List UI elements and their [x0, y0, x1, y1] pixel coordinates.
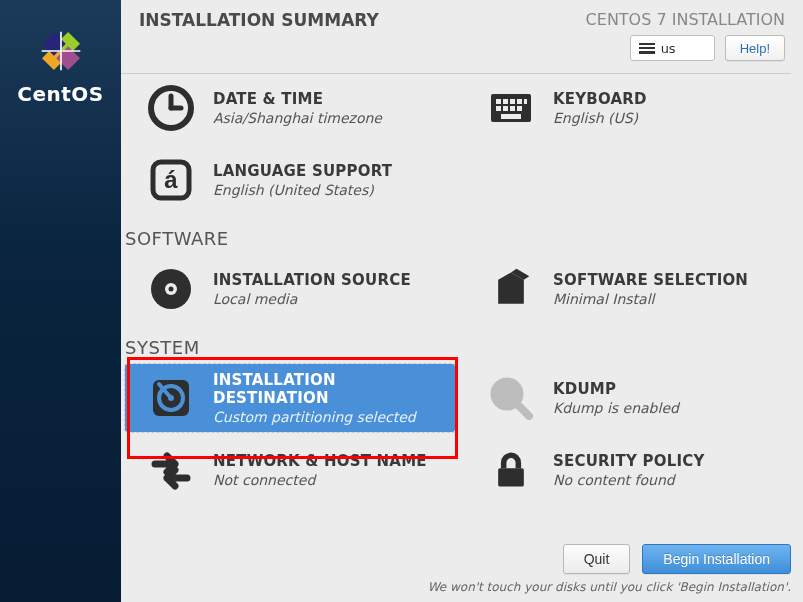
spoke-title: KDUMP	[553, 380, 679, 398]
content: DATE & TIME Asia/Shanghai timezone KEYBO…	[121, 74, 803, 504]
keyboard-mini-icon	[639, 43, 655, 54]
svg-rect-15	[496, 106, 501, 111]
product-label: CENTOS 7 INSTALLATION	[586, 10, 785, 29]
svg-rect-3	[41, 32, 65, 56]
spoke-status: English (US)	[553, 110, 647, 126]
quit-button[interactable]: Quit	[563, 544, 631, 574]
language-icon: á	[143, 152, 199, 208]
spoke-installation-source[interactable]: INSTALLATION SOURCE Local media	[125, 255, 455, 323]
keyboard-layout-text: us	[661, 41, 676, 56]
svg-rect-16	[503, 106, 508, 111]
network-icon	[143, 442, 199, 498]
spoke-status: English (United States)	[213, 182, 392, 198]
package-icon	[483, 261, 539, 317]
svg-rect-19	[501, 114, 521, 119]
spoke-kdump[interactable]: KDUMP Kdump is enabled	[465, 364, 795, 432]
spoke-installation-destination[interactable]: INSTALLATION DESTINATION Custom partitio…	[125, 364, 455, 432]
spoke-title: LANGUAGE SUPPORT	[213, 162, 392, 180]
spoke-status: Custom partitioning selected	[213, 409, 447, 425]
spoke-title: DATE & TIME	[213, 90, 382, 108]
svg-rect-17	[510, 106, 515, 111]
category-system: SYSTEM	[125, 323, 795, 364]
spoke-status: Local media	[213, 291, 411, 307]
spoke-status: Kdump is enabled	[553, 400, 679, 416]
svg-rect-13	[517, 99, 522, 104]
svg-rect-18	[517, 106, 522, 111]
spoke-keyboard[interactable]: KEYBOARD English (US)	[465, 74, 795, 142]
spoke-title: NETWORK & HOST NAME	[213, 452, 427, 470]
keyboard-layout-indicator[interactable]: us	[630, 35, 715, 61]
spoke-title: KEYBOARD	[553, 90, 647, 108]
begin-installation-button[interactable]: Begin Installation	[642, 544, 791, 574]
keyboard-icon	[483, 80, 539, 136]
spoke-status: Minimal Install	[553, 291, 748, 307]
spoke-title: INSTALLATION DESTINATION	[213, 371, 447, 407]
kdump-icon	[483, 370, 539, 426]
clock-icon	[143, 80, 199, 136]
footer: Quit Begin Installation We won't touch y…	[251, 544, 791, 594]
sidebar: CentOS	[0, 0, 121, 602]
svg-point-24	[169, 287, 174, 292]
category-software: SOFTWARE	[125, 214, 795, 255]
spoke-title: SOFTWARE SELECTION	[553, 271, 748, 289]
spoke-security[interactable]: SECURITY POLICY No content found	[465, 436, 795, 504]
footer-hint: We won't touch your disks until you clic…	[428, 580, 791, 594]
svg-rect-31	[498, 468, 524, 486]
page-title: INSTALLATION SUMMARY	[139, 10, 379, 30]
centos-logo-icon	[40, 30, 82, 72]
spoke-datetime[interactable]: DATE & TIME Asia/Shanghai timezone	[125, 74, 455, 142]
spoke-status: No content found	[553, 472, 704, 488]
main-panel: INSTALLATION SUMMARY CENTOS 7 INSTALLATI…	[121, 0, 803, 602]
spoke-language[interactable]: á LANGUAGE SUPPORT English (United State…	[125, 146, 455, 214]
spoke-network[interactable]: NETWORK & HOST NAME Not connected	[125, 436, 455, 504]
svg-rect-14	[524, 99, 527, 104]
spoke-title: INSTALLATION SOURCE	[213, 271, 411, 289]
disc-icon	[143, 261, 199, 317]
harddisk-icon	[143, 370, 199, 426]
spoke-title: SECURITY POLICY	[553, 452, 704, 470]
svg-rect-12	[510, 99, 515, 104]
spoke-status: Asia/Shanghai timezone	[213, 110, 382, 126]
svg-line-30	[517, 404, 529, 416]
help-button[interactable]: Help!	[725, 35, 785, 61]
spoke-software-selection[interactable]: SOFTWARE SELECTION Minimal Install	[465, 255, 795, 323]
svg-rect-2	[56, 46, 80, 70]
spoke-status: Not connected	[213, 472, 427, 488]
svg-rect-10	[496, 99, 501, 104]
brand-text: CentOS	[17, 82, 103, 106]
lock-icon	[483, 442, 539, 498]
svg-text:á: á	[164, 166, 178, 193]
svg-rect-11	[503, 99, 508, 104]
header: INSTALLATION SUMMARY CENTOS 7 INSTALLATI…	[121, 0, 803, 65]
